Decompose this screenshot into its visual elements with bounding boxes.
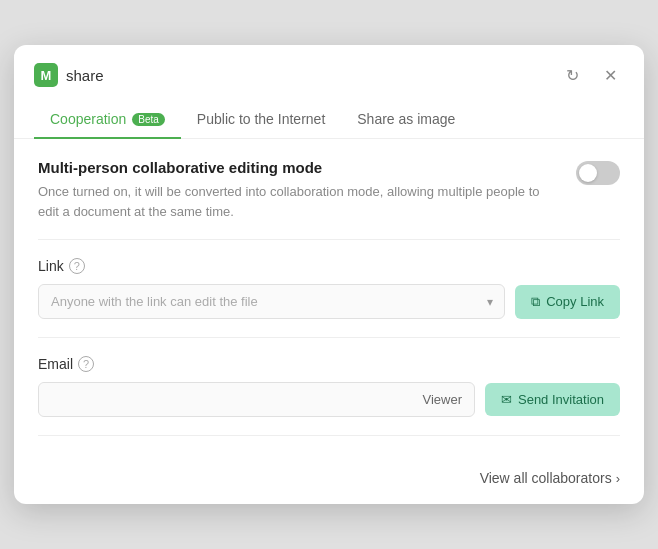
copy-link-button[interactable]: ⧉ Copy Link	[515, 285, 620, 319]
collaboration-desc: Once turned on, it will be converted int…	[38, 182, 558, 221]
send-invitation-button[interactable]: ✉ Send Invitation	[485, 383, 620, 416]
link-row: Anyone with the link can edit the file ▾…	[38, 284, 620, 319]
link-select-wrap: Anyone with the link can edit the file ▾	[38, 284, 505, 319]
tab-share-image[interactable]: Share as image	[341, 101, 471, 139]
close-button[interactable]: ✕	[596, 61, 624, 89]
tabs: Cooperation Beta Public to the Internet …	[14, 101, 644, 139]
dialog-footer: View all collaborators ›	[14, 456, 644, 504]
email-section: Email ? Viewer ✉ Send Invitation	[38, 356, 620, 436]
view-all-collaborators-link[interactable]: View all collaborators ›	[480, 470, 620, 486]
close-icon: ✕	[604, 66, 617, 85]
email-row: Viewer ✉ Send Invitation	[38, 382, 620, 417]
title-actions: ↻ ✕	[558, 61, 624, 89]
title-left: M share	[34, 63, 104, 87]
tab-cooperation[interactable]: Cooperation Beta	[34, 101, 181, 139]
link-section: Link ? Anyone with the link can edit the…	[38, 258, 620, 338]
app-logo: M	[34, 63, 58, 87]
collaboration-toggle[interactable]	[576, 161, 620, 185]
toggle-track[interactable]	[576, 161, 620, 185]
collaboration-row: Multi-person collaborative editing mode …	[38, 159, 620, 240]
refresh-button[interactable]: ↻	[558, 61, 586, 89]
email-label-row: Email ?	[38, 356, 620, 372]
email-input-wrap[interactable]: Viewer	[38, 382, 475, 417]
email-help-icon[interactable]: ?	[78, 356, 94, 372]
title-bar: M share ↻ ✕	[14, 45, 644, 89]
email-input[interactable]	[51, 392, 422, 407]
link-select[interactable]: Anyone with the link can edit the file	[38, 284, 505, 319]
tab-public[interactable]: Public to the Internet	[181, 101, 341, 139]
refresh-icon: ↻	[566, 66, 579, 85]
link-label-row: Link ?	[38, 258, 620, 274]
copy-icon: ⧉	[531, 294, 540, 310]
chevron-right-icon: ›	[616, 471, 620, 486]
collaboration-text: Multi-person collaborative editing mode …	[38, 159, 558, 221]
share-dialog: M share ↻ ✕ Cooperation Beta Public to t…	[14, 45, 644, 504]
link-help-icon[interactable]: ?	[69, 258, 85, 274]
toggle-knob	[579, 164, 597, 182]
dialog-content: Multi-person collaborative editing mode …	[14, 139, 644, 456]
email-label: Email	[38, 356, 73, 372]
dialog-title: share	[66, 67, 104, 84]
collaboration-title: Multi-person collaborative editing mode	[38, 159, 558, 176]
beta-badge: Beta	[132, 113, 165, 126]
viewer-label: Viewer	[422, 392, 462, 407]
send-icon: ✉	[501, 392, 512, 407]
link-label: Link	[38, 258, 64, 274]
